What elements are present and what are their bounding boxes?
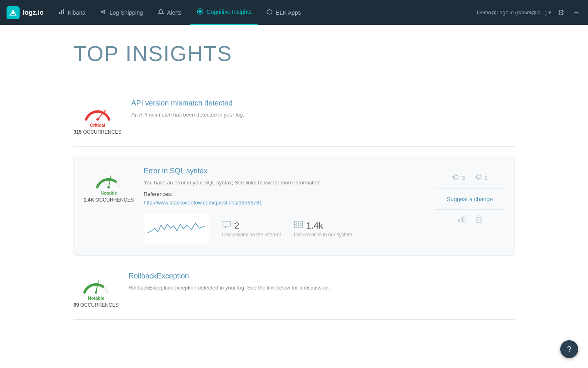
nav-elkapps-label: ELK Apps <box>276 9 301 16</box>
top-divider <box>74 79 514 79</box>
code-icon <box>294 220 303 231</box>
gauge-critical: Critical 315 OCCURRENCES <box>74 99 121 135</box>
gauge-notable-2: Notable 1.4K OCCURRENCES <box>84 167 134 245</box>
insight-2-actions: 3 2 Suggest a change <box>435 167 504 245</box>
insight-3-description: RollbackException exception detected in … <box>129 284 514 292</box>
svg-rect-22 <box>464 216 465 222</box>
discussion-icon <box>222 220 231 231</box>
svg-rect-3 <box>61 10 62 14</box>
kibana-icon <box>58 9 65 16</box>
discussions-label: Discussions on the internet <box>222 232 281 238</box>
chart-action-button[interactable] <box>458 215 466 225</box>
svg-point-1 <box>12 11 14 14</box>
nav-elkapps[interactable]: ELK Apps <box>260 0 307 25</box>
logout-button[interactable]: → <box>571 7 581 18</box>
thumbs-up-button[interactable]: 3 <box>452 173 465 182</box>
votes-down-count: 2 <box>485 175 488 181</box>
svg-rect-25 <box>478 216 480 217</box>
suggest-section: Suggest a change <box>435 189 504 210</box>
insight-2-bottom: 2 Discussions on the internet 1.4k Occur… <box>144 213 425 245</box>
chat-bubble-icon: ? <box>567 345 571 346</box>
logo-icon <box>7 6 20 19</box>
insight-2-ref-label: References: <box>144 191 425 197</box>
nav-cognitive[interactable]: Cognitive Insights <box>190 0 258 25</box>
thumbs-down-icon <box>475 173 482 182</box>
gauge-svg-critical <box>83 102 112 122</box>
svg-point-8 <box>199 10 201 13</box>
insight-2-title[interactable]: Error in SQL syntax <box>144 167 425 175</box>
discussions-metric: 2 Discussions on the internet <box>222 220 281 238</box>
insight-2-content: Error in SQL syntax You have an error in… <box>144 167 425 245</box>
svg-line-30 <box>96 281 98 292</box>
svg-line-15 <box>298 222 299 227</box>
insight-3-content: RollbackException RollbackException exce… <box>129 272 514 296</box>
suggest-change-link[interactable]: Suggest a change <box>447 196 493 202</box>
sparkline-svg <box>147 217 205 241</box>
logo[interactable]: logz.io <box>7 6 44 19</box>
sparkline <box>144 213 209 245</box>
divider-1 <box>74 146 514 147</box>
nav-alerts[interactable]: Alerts <box>151 0 188 25</box>
insight-2-description: You have an error in your SQL syntax; Se… <box>144 179 425 187</box>
occurrences-metric: 1.4k Occurrences in our system <box>294 220 352 238</box>
occurrences-system-count: 1.4k <box>306 220 323 231</box>
svg-rect-2 <box>59 12 60 14</box>
action-icons-section <box>435 210 504 231</box>
delete-action-button[interactable] <box>476 215 482 225</box>
nav-kibana[interactable]: Kibana <box>52 0 92 25</box>
nav-cognitive-label: Cognitive Insights <box>207 9 252 15</box>
gauge-critical-occurrences: 315 OCCURRENCES <box>74 129 121 135</box>
alerts-icon <box>158 9 164 16</box>
occurrences-system-label: Occurrences in our system <box>294 232 352 238</box>
thumbs-down-button[interactable]: 2 <box>475 173 488 182</box>
insight-2-link[interactable]: http://www.stackoverflow.com/questions/3… <box>144 200 263 206</box>
insight-row-2: Notable 1.4K OCCURRENCES Error in SQL sy… <box>74 157 514 256</box>
votes-up-count: 3 <box>462 175 465 181</box>
nav-right: Demo@Logz.io (daniel@lo...) ▾ ⚙ → <box>477 7 581 19</box>
insight-1-description: An API mismatch has been detected in you… <box>131 111 514 119</box>
svg-rect-4 <box>63 9 64 14</box>
svg-line-13 <box>109 176 111 187</box>
gauge-notable-3-occurrences: 69 OCCURRENCES <box>74 302 119 308</box>
logshipping-icon <box>100 9 107 16</box>
gauge-notable-3-label: Notable <box>88 296 104 301</box>
page-title: TOP INSIGHTS <box>74 41 514 66</box>
main-content: TOP INSIGHTS Critical 315 OCCURRENCES AP… <box>49 25 539 346</box>
nav-alerts-label: Alerts <box>167 9 182 16</box>
gauge-critical-label: Critical <box>90 123 105 128</box>
gauge-svg-notable-2 <box>94 170 123 190</box>
svg-rect-21 <box>461 218 462 222</box>
nav-user[interactable]: Demo@Logz.io (daniel@lo...) ▾ <box>477 9 551 16</box>
gauge-svg-notable-3 <box>81 275 111 295</box>
thumbs-up-icon <box>452 173 459 182</box>
insight-1-content: API version mismatch detected An API mis… <box>131 99 514 123</box>
chat-bubble[interactable]: ? <box>560 340 578 346</box>
nav-logshipping[interactable]: Log Shipping <box>94 0 149 25</box>
insight-row-1: Critical 315 OCCURRENCES API version mis… <box>74 89 514 146</box>
elkapps-icon <box>266 9 273 16</box>
gauge-notable-2-occurrences: 1.4K OCCURRENCES <box>84 197 134 203</box>
svg-marker-9 <box>267 9 272 14</box>
navbar: logz.io Kibana Log Shipping Alerts Cogni… <box>0 0 588 25</box>
logo-text: logz.io <box>23 9 44 16</box>
gauge-notable-3: Notable 69 OCCURRENCES <box>74 272 119 308</box>
settings-button[interactable]: ⚙ <box>556 7 566 19</box>
discussions-count: 2 <box>234 220 239 231</box>
insight-3-title[interactable]: RollbackException <box>129 272 514 280</box>
nav-kibana-label: Kibana <box>68 9 86 16</box>
insight-row-3: Notable 69 OCCURRENCES RollbackException… <box>74 262 514 319</box>
bottom-divider <box>74 319 514 320</box>
cognitive-icon <box>196 8 204 16</box>
votes-section: 3 2 <box>435 167 504 189</box>
nav-logshipping-label: Log Shipping <box>109 9 143 16</box>
gauge-notable-2-label: Notable <box>100 191 117 195</box>
insight-1-title[interactable]: API version mismatch detected <box>131 99 514 108</box>
svg-rect-20 <box>459 219 460 222</box>
